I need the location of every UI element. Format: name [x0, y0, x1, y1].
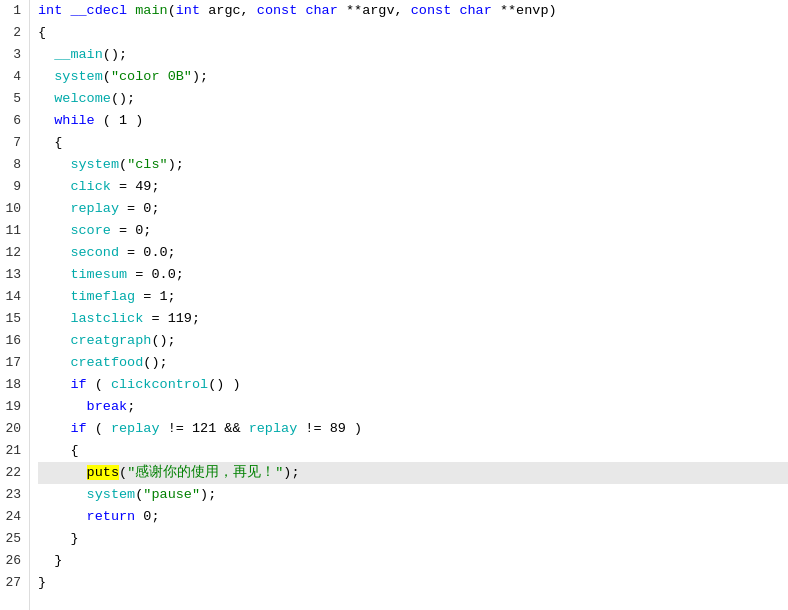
- token-plain: }: [38, 575, 46, 590]
- token-kw-blue: if: [70, 421, 86, 436]
- token-plain: ;: [127, 399, 135, 414]
- line-number: 18: [4, 374, 21, 396]
- token-fn-call: replay: [111, 421, 160, 436]
- token-fn-call: click: [70, 179, 111, 194]
- token-plain: = 119;: [143, 311, 200, 326]
- token-fn-call: clickcontrol: [111, 377, 208, 392]
- token-fn-call: replay: [249, 421, 298, 436]
- token-plain: = 0.0;: [127, 267, 184, 282]
- token-kw-blue: while: [54, 113, 95, 128]
- token-fn-call: lastclick: [70, 311, 143, 326]
- line-number: 10: [4, 198, 21, 220]
- token-plain: );: [283, 465, 299, 480]
- token-fn-call: system: [70, 157, 119, 172]
- line-number: 12: [4, 242, 21, 264]
- token-plain: argc,: [200, 3, 257, 18]
- code-line: if ( clickcontrol() ): [38, 374, 788, 396]
- code-line: }: [38, 572, 788, 594]
- line-number: 9: [4, 176, 21, 198]
- line-number: 11: [4, 220, 21, 242]
- token-fn-call: second: [70, 245, 119, 260]
- line-number: 21: [4, 440, 21, 462]
- token-plain: [38, 201, 70, 216]
- token-plain: {: [38, 135, 62, 150]
- line-number: 22: [4, 462, 21, 484]
- code-line: click = 49;: [38, 176, 788, 198]
- line-number: 17: [4, 352, 21, 374]
- token-plain: != 121 &&: [160, 421, 249, 436]
- code-line: creatgraph();: [38, 330, 788, 352]
- line-number: 26: [4, 550, 21, 572]
- token-plain: [38, 47, 54, 62]
- line-number: 15: [4, 308, 21, 330]
- token-plain: [38, 69, 54, 84]
- token-plain: );: [200, 487, 216, 502]
- token-fn-call: system: [54, 69, 103, 84]
- token-plain: [38, 421, 70, 436]
- token-kw-blue: int: [38, 3, 62, 18]
- code-editor: 1234567891011121314151617181920212223242…: [0, 0, 788, 610]
- code-line: {: [38, 22, 788, 44]
- line-number: 5: [4, 88, 21, 110]
- token-str-green: "感谢你的使用，再见！": [127, 465, 283, 480]
- token-plain: [38, 509, 87, 524]
- line-number-column: 1234567891011121314151617181920212223242…: [0, 0, 30, 610]
- code-line: break;: [38, 396, 788, 418]
- token-plain: }: [38, 553, 62, 568]
- token-plain: ();: [151, 333, 175, 348]
- token-str-green: "pause": [143, 487, 200, 502]
- token-fn-call: creatfood: [70, 355, 143, 370]
- line-number: 19: [4, 396, 21, 418]
- line-number: 1: [4, 0, 21, 22]
- line-number: 25: [4, 528, 21, 550]
- line-number: 23: [4, 484, 21, 506]
- code-line: }: [38, 528, 788, 550]
- token-plain: ();: [111, 91, 135, 106]
- token-plain: [38, 355, 70, 370]
- token-plain: (: [168, 3, 176, 18]
- token-kw-blue: const: [257, 3, 298, 18]
- token-plain: [38, 377, 70, 392]
- token-plain: (: [87, 421, 111, 436]
- token-fn-call: timeflag: [70, 289, 135, 304]
- token-plain: = 0;: [119, 201, 160, 216]
- line-number: 16: [4, 330, 21, 352]
- token-fn-call: system: [87, 487, 136, 502]
- token-plain: [38, 223, 70, 238]
- token-plain: [38, 487, 87, 502]
- code-line: second = 0.0;: [38, 242, 788, 264]
- code-line: lastclick = 119;: [38, 308, 788, 330]
- code-line: return 0;: [38, 506, 788, 528]
- code-line: creatfood();: [38, 352, 788, 374]
- line-number: 24: [4, 506, 21, 528]
- code-line: {: [38, 440, 788, 462]
- code-line: system("color 0B");: [38, 66, 788, 88]
- token-plain: {: [38, 25, 46, 40]
- line-number: 6: [4, 110, 21, 132]
- token-plain: **envp): [492, 3, 557, 18]
- code-line: if ( replay != 121 && replay != 89 ): [38, 418, 788, 440]
- code-line: timeflag = 1;: [38, 286, 788, 308]
- code-line: __main();: [38, 44, 788, 66]
- token-plain: != 89 ): [297, 421, 362, 436]
- token-plain: [38, 289, 70, 304]
- line-number: 27: [4, 572, 21, 594]
- token-kw-blue: char: [459, 3, 491, 18]
- token-plain: 0;: [135, 509, 159, 524]
- line-number: 20: [4, 418, 21, 440]
- token-plain: [38, 399, 87, 414]
- token-plain: [38, 465, 87, 480]
- token-kw-blue: int: [176, 3, 200, 18]
- token-highlight-word: puts: [87, 465, 119, 480]
- token-fn-call: welcome: [54, 91, 111, 106]
- code-lines: int __cdecl main(int argc, const char **…: [30, 0, 788, 610]
- line-number: 4: [4, 66, 21, 88]
- token-plain: [38, 91, 54, 106]
- token-kw-blue: const: [411, 3, 452, 18]
- token-kw-blue: __cdecl: [70, 3, 127, 18]
- token-plain: [38, 333, 70, 348]
- line-number: 13: [4, 264, 21, 286]
- token-str-green: "cls": [127, 157, 168, 172]
- token-fn-call: score: [70, 223, 111, 238]
- code-line: {: [38, 132, 788, 154]
